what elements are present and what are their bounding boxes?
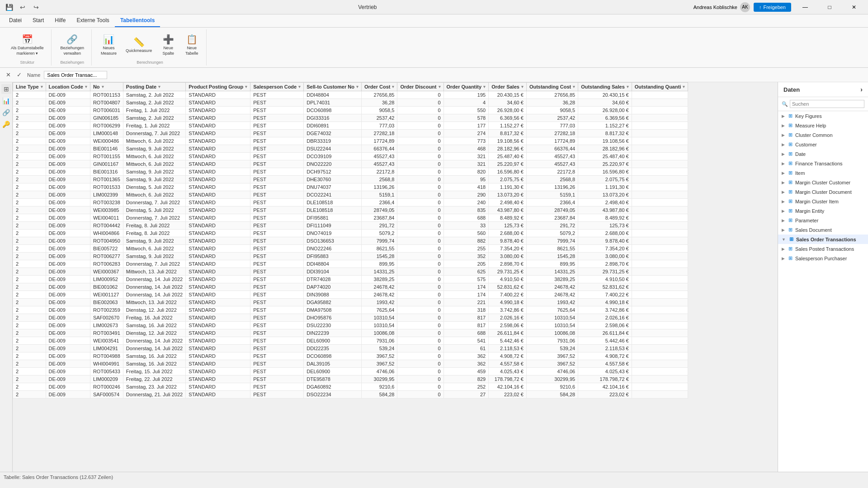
col-sell-to-customer-no[interactable]: Sell-to Customer No ▾	[304, 83, 362, 91]
table-row[interactable]: 2DE-009ROT006283Donnerstag, 7. Juli 2022…	[13, 260, 688, 268]
table-wrapper[interactable]: Line Type ▾ Location Code ▾ No ▾ Posting…	[13, 82, 778, 472]
table-row[interactable]: 2DE-009ROT004442Freitag, 8. Juli 2022STA…	[13, 222, 688, 230]
collapse-icon[interactable]: ›	[860, 86, 863, 93]
table-cell: ROT006277	[90, 253, 123, 260]
daten-item-finance-transactions[interactable]: ▶⊞Finance Transactions	[778, 159, 868, 168]
daten-item-measure-help[interactable]: ▶⊞Measure Help	[778, 121, 868, 130]
maximize-button[interactable]: □	[819, 0, 840, 14]
table-row[interactable]: 2DE-009SAF002670Freitag, 16. Juli 2022ST…	[13, 314, 688, 322]
table-row[interactable]: 2DE-009ROT002359Dienstag, 12. Juli 2022S…	[13, 306, 688, 314]
beziehungen-verwalten-button[interactable]: 🔗 Beziehungen verwalten	[57, 32, 88, 57]
name-input[interactable]	[44, 71, 107, 79]
daten-item-date[interactable]: ▶⊞Date	[778, 149, 868, 159]
table-row[interactable]: 2DE-009ROT006277Samstag, 9. Juli 2022STA…	[13, 253, 688, 260]
col-outstanding-cost[interactable]: Outstanding Cost ▾	[526, 83, 578, 91]
cancel-formula-button[interactable]: ✕	[4, 70, 13, 80]
table-row[interactable]: 2DE-009ROT006031Freitag, 1. Juli 2022STA…	[13, 107, 688, 114]
table-row[interactable]: 2DE-009ROT000246Samstag, 23. Juli 2022ST…	[13, 383, 688, 391]
table-view-icon[interactable]: ⊞	[1, 84, 11, 94]
report-view-icon[interactable]: 📊	[1, 96, 11, 106]
minimize-button[interactable]: —	[795, 0, 816, 14]
daten-item-margin-entity[interactable]: ▶⊞Margin Entity	[778, 206, 868, 216]
col-location-code[interactable]: Location Code ▾	[46, 83, 90, 91]
table-row[interactable]: 2DE-009BIE002063Mittwoch, 13. Juli 2022S…	[13, 299, 688, 306]
table-row[interactable]: 2DE-009LIM004291Donnerstag, 14. Juli 202…	[13, 345, 688, 352]
table-row[interactable]: 2DE-009ROT003491Dienstag, 12. Juli 2022S…	[13, 329, 688, 337]
table-row[interactable]: 2DE-009ROT004988Samstag, 16. Juli 2022ST…	[13, 352, 688, 360]
table-row[interactable]: 2DE-009ROT004950Samstag, 9. Juli 2022STA…	[13, 237, 688, 245]
table-row[interactable]: 2DE-009ROT001365Samstag, 9. Juli 2022STA…	[13, 176, 688, 183]
col-no[interactable]: No ▾	[90, 83, 123, 91]
model-view-icon[interactable]: 🔗	[1, 108, 11, 117]
table-row[interactable]: 2DE-009WHI004866Freitag, 8. Juli 2022STA…	[13, 230, 688, 237]
table-row[interactable]: 2DE-009ROT001153Samstag, 2. Juli 2022STA…	[13, 91, 688, 99]
table-row[interactable]: 2DE-009ROT001155Mittwoch, 6. Juli 2022ST…	[13, 153, 688, 160]
table-row[interactable]: 2DE-009BIE001146Samstag, 9. Juli 2022STA…	[13, 145, 688, 153]
table-row[interactable]: 2DE-009WEI003541Donnerstag, 14. Juli 202…	[13, 337, 688, 345]
col-order-discount[interactable]: Order Discount ▾	[397, 83, 443, 91]
freigeben-button[interactable]: ↑ Freigeben	[754, 3, 791, 12]
table-row[interactable]: 2DE-009GIN001167Mittwoch, 6. Juli 2022ST…	[13, 160, 688, 168]
col-order-sales[interactable]: Order Sales ▾	[489, 83, 527, 91]
col-product-posting-group[interactable]: Product Posting Group ▾	[186, 83, 250, 91]
neue-tabelle-button[interactable]: 📋 Neue Tabelle	[181, 32, 203, 57]
tab-start[interactable]: Start	[27, 14, 49, 27]
col-order-quantity[interactable]: Order Quantity ▾	[443, 83, 489, 91]
daten-item-margin-cluster-item[interactable]: ▶⊞Margin Cluster Item	[778, 197, 868, 206]
quickmeasure-button[interactable]: 📏 Quickmeasure	[122, 35, 156, 55]
table-row[interactable]: 2DE-009WEI004011Donnerstag, 7. Juli 2022…	[13, 214, 688, 222]
table-row[interactable]: 2DE-009LIM002673Samstag, 16. Juli 2022ST…	[13, 322, 688, 329]
neues-measure-button[interactable]: 📊 Neues Measure	[97, 32, 120, 57]
table-row[interactable]: 2DE-009BIE005722Mittwoch, 6. Juli 2022ST…	[13, 245, 688, 253]
table-row[interactable]: 2DE-009LIM000952Donnerstag, 14. Juli 202…	[13, 276, 688, 283]
table-row[interactable]: 2DE-009BIE001062Donnerstag, 14. Juli 202…	[13, 283, 688, 291]
daten-item-sales-posted-transactions[interactable]: ▶⊞Sales Posted Transactions	[778, 244, 868, 253]
daten-item-sales-document[interactable]: ▶⊞Sales Document	[778, 225, 868, 235]
tab-tabellentools[interactable]: Tabellentools	[115, 14, 160, 27]
daten-item-sales-order-transactions[interactable]: ▼⊞Sales Order Transactions	[778, 235, 868, 244]
tab-datei[interactable]: Datei	[4, 14, 27, 27]
col-order-cost[interactable]: Order Cost ▾	[361, 83, 397, 91]
save-btn[interactable]: 💾	[4, 2, 14, 13]
close-button[interactable]: ✕	[844, 0, 864, 14]
table-row[interactable]: 2DE-009LIM002399Mittwoch, 6. Juli 2022ST…	[13, 191, 688, 199]
daten-item-margin-cluster-customer[interactable]: ▶⊞Margin Cluster Customer	[778, 178, 868, 187]
col-salesperson-code[interactable]: Salesperson Code ▾	[250, 83, 304, 91]
col-posting-date[interactable]: Posting Date ▾	[123, 83, 185, 91]
table-row[interactable]: 2DE-009ROT001533Dienstag, 5. Juli 2022ST…	[13, 183, 688, 191]
table-row[interactable]: 2DE-009LIM000148Donnerstag, 7. Juli 2022…	[13, 130, 688, 137]
table-row[interactable]: 2DE-009WEI000367Mittwoch, 13. Juli 2022S…	[13, 268, 688, 276]
table-row[interactable]: 2DE-009BIE001316Samstag, 9. Juli 2022STA…	[13, 168, 688, 176]
confirm-formula-button[interactable]: ✓	[14, 70, 24, 80]
daten-item-customer[interactable]: ▶⊞Customer	[778, 140, 868, 149]
table-row[interactable]: 2DE-009WEI000486Mittwoch, 6. Juli 2022ST…	[13, 137, 688, 145]
table-row[interactable]: 2DE-009WEI001127Donnerstag, 14. Juli 202…	[13, 291, 688, 299]
daten-item-cluster-common[interactable]: ▶⊞Cluster Common	[778, 130, 868, 140]
daten-item-parameter[interactable]: ▶⊞Parameter	[778, 216, 868, 225]
table-row[interactable]: 2DE-009ROT005433Freitag, 15. Juli 2022ST…	[13, 368, 688, 375]
table-row[interactable]: 2DE-009LIM000209Freitag, 22. Juli 2022ST…	[13, 375, 688, 383]
dax-view-icon[interactable]: 🔑	[1, 119, 11, 129]
undo-btn[interactable]: ↩	[17, 2, 28, 13]
redo-btn[interactable]: ↪	[31, 2, 42, 13]
col-outstanding-quantity[interactable]: Outstanding Quanti ▾	[632, 83, 688, 91]
tab-externe-tools[interactable]: Externe Tools	[71, 14, 115, 27]
table-row[interactable]: 2DE-009ROT004807Samstag, 2. Juli 2022STA…	[13, 99, 688, 107]
table-row[interactable]: 2DE-009ROT003238Donnerstag, 7. Juli 2022…	[13, 199, 688, 206]
daten-item-item[interactable]: ▶⊞Item	[778, 168, 868, 178]
col-line-type[interactable]: Line Type ▾	[13, 83, 46, 91]
daten-item-key-figures[interactable]: ▶⊞Key Figures	[778, 111, 868, 121]
neue-spalte-button[interactable]: ➕ Neue Spalte	[157, 32, 179, 57]
als-datumstabelle-button[interactable]: 📅 Als Datumstabelle markieren ▾	[7, 32, 47, 57]
daten-item-salesperson-purchaser[interactable]: ▶⊞Salesperson Purchaser	[778, 253, 868, 263]
tab-hilfe[interactable]: Hilfe	[49, 14, 71, 27]
col-outstanding-sales[interactable]: Outstanding Sales ▾	[578, 83, 632, 91]
table-row[interactable]: 2DE-009WHI004991Samstag, 16. Juli 2022ST…	[13, 360, 688, 368]
daten-item-label: Margin Cluster Document	[795, 189, 852, 195]
table-row[interactable]: 2DE-009WEI003985Dienstag, 5. Juli 2022ST…	[13, 206, 688, 214]
table-row[interactable]: 2DE-009GIN006185Samstag, 2. Juli 2022STA…	[13, 114, 688, 122]
daten-item-margin-cluster-document[interactable]: ▶⊞Margin Cluster Document	[778, 187, 868, 197]
table-row[interactable]: 2DE-009SAF000574Donnerstag, 21. Juli 202…	[13, 391, 688, 399]
search-input[interactable]	[790, 100, 864, 108]
table-row[interactable]: 2DE-009ROT006299Freitag, 1. Juli 2022STA…	[13, 122, 688, 130]
